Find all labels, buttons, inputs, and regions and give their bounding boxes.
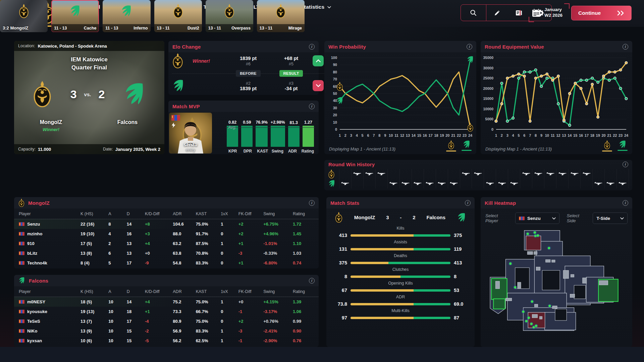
round-18: [544, 179, 556, 188]
round-20: [568, 169, 580, 179]
info-icon[interactable]: i: [623, 44, 628, 50]
map-thumb-dust2[interactable]: 13 - 11Dust2: [154, 0, 202, 32]
rank-down-indicator: [313, 80, 324, 91]
stat-right-value: 8: [454, 274, 469, 279]
player-name[interactable]: mzinho: [27, 231, 43, 236]
scoreboard-falcons: Falcons i PlayerK (HS)ADK/D-DiffADRKAST1…: [14, 275, 319, 347]
info-icon[interactable]: i: [309, 44, 315, 50]
rifle-icon: [450, 182, 458, 185]
player-name[interactable]: kyxsan: [27, 338, 42, 343]
cell-d: 13: [127, 251, 145, 256]
mvp-bar-adr: 81.3: [288, 120, 300, 147]
mvp-bar: [288, 126, 300, 147]
round-10: [448, 179, 460, 188]
player-select-value: Senzu: [527, 216, 549, 221]
mvp-bar-value: 81.3: [290, 120, 298, 125]
map-thumb-inferno[interactable]: 11 - 13Inferno: [103, 0, 150, 32]
svg-text:70: 70: [333, 77, 337, 81]
edit-button[interactable]: [486, 5, 508, 21]
col-swing: Swing: [263, 289, 293, 294]
side-select[interactable]: T-Side: [593, 213, 628, 224]
legend-falcons[interactable]: [462, 140, 472, 152]
round-6: [399, 169, 412, 179]
player-name[interactable]: NiKo: [27, 328, 37, 334]
stat-bar: [351, 289, 450, 292]
svg-text:15: 15: [417, 133, 421, 137]
table-row-blitz: bLitz13 (8)613+063.870.8%0-3-0.33%1.03: [14, 248, 319, 258]
continue-button[interactable]: Continue: [571, 6, 632, 20]
info-icon[interactable]: i: [309, 104, 315, 109]
round-16: [520, 169, 532, 179]
team-logo-mongolz: [18, 4, 30, 18]
search-button[interactable]: [461, 5, 486, 21]
player-select[interactable]: Senzu: [515, 213, 559, 224]
svg-text:4: 4: [356, 133, 358, 137]
team-name-right: Falcons: [101, 119, 154, 125]
chevron-up-icon: [316, 59, 321, 62]
cell-rating: 1.10: [293, 241, 314, 246]
info-icon[interactable]: i: [467, 44, 472, 50]
svg-text:21: 21: [607, 133, 611, 137]
elo-result-rank-2: #3: [289, 81, 293, 86]
player-name[interactable]: Senzu: [27, 222, 40, 227]
elo-result-pt-2: -34 pt: [285, 86, 298, 91]
round-22: [592, 179, 604, 188]
cell-rating: 0.74: [293, 260, 314, 265]
stats-score-left: 3: [386, 215, 389, 220]
svg-text:15000: 15000: [483, 97, 493, 101]
team-logo-mongolz: [275, 4, 286, 18]
svg-text:20000: 20000: [483, 86, 493, 90]
calendar-widget[interactable]: JanuaryW2 2026: [529, 4, 569, 21]
map-thumb-mirage[interactable]: 13 - 11Mirage: [257, 0, 305, 32]
cell-d: 14: [127, 222, 145, 227]
round-3: [363, 179, 375, 188]
info-icon[interactable]: i: [309, 278, 315, 284]
capacity-label: Capacity:: [18, 147, 36, 152]
info-icon[interactable]: i: [465, 200, 471, 206]
stat-left-value: 413: [332, 233, 347, 238]
player-name[interactable]: m0NESY: [27, 299, 45, 304]
round-16: [520, 179, 532, 188]
mvp-role: entry: [169, 147, 212, 152]
info-icon[interactable]: i: [309, 200, 315, 206]
cell-fk: -1: [238, 309, 264, 314]
legend-mongolz[interactable]: [446, 140, 456, 152]
playbook-button[interactable]: [508, 5, 530, 21]
rifle-icon: [594, 182, 602, 185]
round-17: [532, 169, 544, 179]
cell-kd: +8: [145, 222, 173, 227]
cell-rating: 0.99: [293, 319, 314, 324]
table-row-techno4k: Techno4k8 (4)517-954.883.3%0+1-6.80%0.74: [14, 258, 319, 268]
cell-kast: 91.7%: [196, 231, 221, 236]
info-icon[interactable]: i: [623, 162, 628, 167]
player-name[interactable]: kyousuke: [27, 309, 47, 314]
team-logo-falcons: [18, 277, 25, 284]
svg-text:10: 10: [333, 120, 337, 124]
map-thumb-series-result[interactable]: 3:2 MongolZ: [0, 0, 48, 32]
col-kast: KAST: [196, 289, 221, 294]
map-thumb-cache[interactable]: 11 - 13Cache: [51, 0, 99, 32]
svg-text:16: 16: [423, 133, 427, 137]
cell-k: 22 (16): [80, 222, 108, 227]
cell-kd: -2: [145, 328, 173, 334]
nav-item-statistics[interactable]: Statistics: [301, 4, 331, 10]
map-thumb-overpass[interactable]: 13 - 11Overpass: [206, 0, 253, 32]
player-name[interactable]: Techno4k: [27, 260, 47, 265]
info-icon[interactable]: i: [623, 200, 628, 206]
player-name[interactable]: TeSeS: [27, 319, 40, 324]
stat-right-value: 53: [454, 288, 469, 293]
cell-kast: 83.3%: [196, 328, 221, 334]
col-k-hs-: K (HS): [80, 289, 108, 294]
legend-mongolz[interactable]: [602, 140, 612, 152]
round-15: [508, 169, 520, 179]
player-name[interactable]: 910: [27, 241, 35, 246]
rifle-icon: [606, 182, 614, 185]
equipment-value-panel: Round Equipment Value i 0500010000150002…: [481, 41, 632, 154]
cell-rating: 0.76: [293, 338, 314, 343]
svg-text:13: 13: [562, 133, 566, 137]
cell-kast: 87.5%: [196, 241, 221, 246]
map-radar: [485, 226, 628, 337]
player-name[interactable]: bLitz: [27, 251, 37, 256]
legend-falcons[interactable]: [618, 140, 628, 152]
cell-a: 4: [108, 231, 126, 236]
